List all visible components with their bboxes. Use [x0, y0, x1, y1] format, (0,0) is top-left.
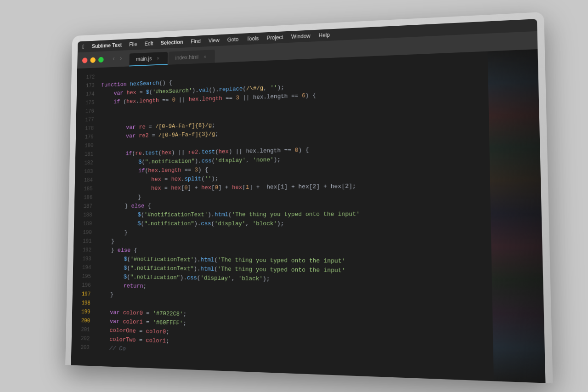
line-num: 193	[82, 254, 91, 263]
line-num: 191	[83, 237, 92, 245]
minimap-content	[488, 49, 546, 383]
tab-label-index-html: index.html	[175, 54, 199, 61]
line-num: 186	[84, 193, 93, 202]
line-num: 190	[83, 228, 92, 237]
line-num: 202	[81, 334, 90, 343]
nav-arrows: ‹ ›	[112, 55, 123, 63]
line-num: 184	[84, 176, 93, 184]
line-num: 189	[83, 219, 92, 228]
menu-help[interactable]: Help	[318, 32, 329, 39]
line-num: 197	[82, 290, 91, 299]
tab-index-html[interactable]: index.html ×	[169, 50, 215, 65]
maximize-button[interactable]	[98, 57, 104, 62]
line-num: 179	[85, 132, 94, 141]
tab-label-main-js: main.js	[136, 55, 152, 62]
menu-window[interactable]: Window	[291, 33, 311, 40]
line-num: 182	[84, 159, 93, 167]
minimap[interactable]	[488, 49, 546, 383]
line-num: 175	[85, 98, 94, 107]
line-num: 183	[84, 167, 93, 176]
line-num: 188	[83, 210, 92, 219]
line-num: 201	[81, 325, 90, 334]
line-num: 199	[81, 307, 90, 317]
line-num: 195	[82, 272, 91, 281]
line-num: 187	[83, 202, 92, 210]
line-num: 174	[85, 90, 94, 98]
code-line: $('#notificationText').html('The thing y…	[99, 209, 491, 219]
traffic-lights	[82, 57, 104, 63]
code-content[interactable]: function hexSearch() { var hex = $('#hex…	[93, 51, 494, 381]
menu-selection[interactable]: Selection	[161, 39, 183, 45]
back-arrow[interactable]: ‹	[112, 55, 116, 62]
editor-area: 172 173 174 175 176 177 178 179 180 181 …	[71, 49, 546, 383]
menu-file[interactable]: File	[129, 41, 137, 47]
line-num: 173	[86, 81, 95, 90]
tab-main-js[interactable]: main.js ×	[130, 51, 168, 66]
tab-close-main-js[interactable]: ×	[155, 55, 161, 61]
menu-edit[interactable]: Edit	[145, 40, 153, 46]
apple-menu[interactable]: 	[82, 43, 85, 50]
line-num: 181	[85, 150, 94, 159]
menu-view[interactable]: View	[209, 37, 220, 43]
line-num: 176	[85, 107, 94, 115]
line-num: 177	[85, 115, 94, 124]
menu-sublime-text[interactable]: Sublime Text	[92, 42, 122, 49]
line-num: 200	[81, 316, 90, 325]
line-num: 185	[84, 184, 93, 193]
code-line: $(".notification").css('display', 'block…	[98, 219, 491, 228]
menu-find[interactable]: Find	[191, 38, 201, 44]
menu-goto[interactable]: Goto	[227, 36, 239, 43]
minimize-button[interactable]	[90, 57, 96, 62]
screen:  Sublime Text File Edit Selection Find …	[71, 19, 546, 383]
menu-tools[interactable]: Tools	[246, 35, 259, 42]
code-line: }	[98, 228, 491, 238]
line-num: 196	[82, 281, 91, 290]
line-num: 192	[83, 245, 92, 254]
line-num: 203	[80, 343, 90, 352]
line-num: 198	[81, 298, 90, 307]
line-num: 194	[82, 263, 91, 272]
tab-close-index-html[interactable]: ×	[202, 53, 208, 60]
close-button[interactable]	[82, 57, 88, 62]
laptop-frame:  Sublime Text File Edit Selection Find …	[65, 11, 553, 383]
line-num: 172	[86, 73, 95, 81]
forward-arrow[interactable]: ›	[119, 55, 123, 62]
line-num: 178	[85, 124, 94, 133]
menu-project[interactable]: Project	[266, 34, 283, 41]
line-num: 180	[85, 141, 93, 150]
